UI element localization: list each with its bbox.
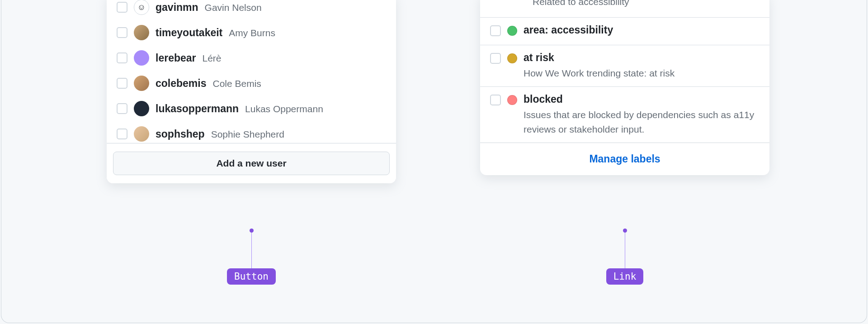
callout-line (251, 230, 252, 268)
callout-line (625, 230, 625, 268)
avatar (134, 25, 149, 40)
realname: Gavin Nelson (205, 2, 262, 13)
realname: Sophie Shepherd (211, 129, 284, 140)
checkbox[interactable] (117, 27, 127, 38)
label-name: blocked (524, 93, 760, 105)
label-list: Related to accessibility area: accessibi… (480, 0, 769, 143)
username: lerebear (156, 52, 196, 64)
username: sophshep (156, 128, 205, 140)
checkbox[interactable] (117, 129, 127, 139)
user-row[interactable]: colebemis Cole Bemis (107, 71, 396, 96)
checkbox[interactable] (490, 25, 501, 36)
checkbox[interactable] (490, 95, 501, 105)
add-user-button[interactable]: Add a new user (113, 152, 390, 175)
realname: Lérè (203, 53, 222, 64)
user-text: lukasoppermann Lukas Oppermann (156, 103, 323, 115)
label-text: at risk How We Work trending state: at r… (524, 52, 760, 81)
realname: Lukas Oppermann (245, 104, 323, 114)
callout-badge: Link (606, 268, 644, 285)
checkbox[interactable] (117, 103, 127, 114)
user-text: sophshep Sophie Shepherd (156, 128, 284, 140)
checkbox[interactable] (117, 78, 127, 89)
avatar (134, 126, 149, 142)
panel-footer: Add a new user (107, 143, 396, 183)
label-color-dot (507, 26, 517, 36)
user-text: gavinmn Gavin Nelson (156, 1, 262, 14)
user-row[interactable]: ☺ gavinmn Gavin Nelson (107, 0, 396, 20)
callout-dot-icon (250, 229, 254, 233)
realname: Cole Bemis (213, 78, 261, 89)
user-text: timeyoutakeit Amy Burns (156, 27, 275, 39)
label-text: blocked Issues that are blocked by depen… (524, 93, 760, 136)
callout-badge: Button (227, 268, 276, 285)
user-text: lerebear Lérè (156, 52, 222, 64)
checkbox[interactable] (490, 53, 501, 64)
label-description: Related to accessibility (533, 0, 760, 9)
label-row[interactable]: area: accessibility (480, 17, 769, 45)
user-text: colebemis Cole Bemis (156, 77, 261, 90)
user-row[interactable]: timeyoutakeit Amy Burns (107, 20, 396, 45)
callout-link: Link (581, 230, 668, 285)
label-row[interactable]: at risk How We Work trending state: at r… (480, 45, 769, 87)
label-row[interactable]: blocked Issues that are blocked by depen… (480, 86, 769, 143)
username: lukasoppermann (156, 103, 239, 115)
panel-footer: Manage labels (480, 143, 769, 175)
avatar (134, 101, 149, 116)
user-row[interactable]: sophshep Sophie Shepherd (107, 121, 396, 143)
user-row[interactable]: lerebear Lérè (107, 45, 396, 71)
checkbox[interactable] (117, 2, 127, 13)
avatar: ☺ (134, 0, 149, 15)
realname: Amy Burns (229, 28, 275, 38)
username: timeyoutakeit (156, 27, 222, 39)
username: colebemis (156, 77, 207, 90)
label-name: at risk (524, 52, 760, 64)
label-name: area: accessibility (524, 24, 760, 36)
label-text: area: accessibility (524, 24, 760, 38)
label-color-dot (507, 95, 517, 105)
avatar (134, 76, 149, 91)
label-color-dot (507, 53, 517, 63)
main-container: ☺ gavinmn Gavin Nelson timeyoutakeit Amy… (0, 0, 868, 324)
user-select-panel: ☺ gavinmn Gavin Nelson timeyoutakeit Amy… (107, 0, 396, 183)
manage-labels-link[interactable]: Manage labels (589, 153, 660, 165)
username: gavinmn (156, 1, 198, 14)
label-description: Issues that are blocked by dependencies … (524, 108, 760, 136)
callout-button: Button (208, 230, 295, 285)
checkbox[interactable] (117, 52, 127, 63)
avatar (134, 50, 149, 66)
label-description: How We Work trending state: at risk (524, 66, 760, 81)
callout-dot-icon (623, 229, 627, 233)
user-list: ☺ gavinmn Gavin Nelson timeyoutakeit Amy… (107, 0, 396, 143)
label-desc-partial: Related to accessibility (480, 0, 769, 17)
user-row[interactable]: lukasoppermann Lukas Oppermann (107, 96, 396, 121)
label-select-panel: Related to accessibility area: accessibi… (480, 0, 769, 175)
